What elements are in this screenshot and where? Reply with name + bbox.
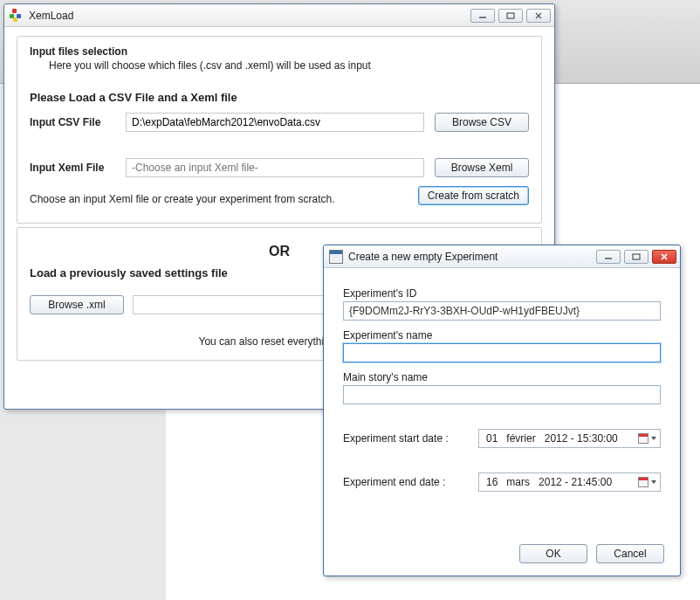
xeml-label: Input Xeml File xyxy=(30,162,126,174)
browse-xeml-button[interactable]: Browse Xeml xyxy=(435,158,529,177)
start-day: 01 xyxy=(486,432,498,445)
experiment-id-label: Experiment's ID xyxy=(343,287,661,300)
dialog-maximize-button[interactable] xyxy=(624,250,649,264)
csv-label: Input CSV File xyxy=(30,116,126,128)
xemload-titlebar[interactable]: XemLoad xyxy=(4,4,554,27)
svg-rect-1 xyxy=(507,13,514,18)
svg-rect-5 xyxy=(633,254,640,259)
start-month: février xyxy=(506,432,535,445)
minimize-button[interactable] xyxy=(470,9,495,23)
start-date-label: Experiment start date : xyxy=(343,432,478,445)
chevron-down-icon xyxy=(651,437,656,440)
xeml-path-input[interactable] xyxy=(126,158,424,177)
dialog-app-icon xyxy=(329,250,343,264)
xeml-hint: Choose an input Xeml file or create your… xyxy=(30,193,418,205)
start-date-picker[interactable]: 01 février 2012 - 15:30:00 xyxy=(478,429,661,448)
group-subtitle: Here you will choose which files (.csv a… xyxy=(49,59,529,72)
group-title: Input files selection xyxy=(30,45,529,58)
experiment-name-field[interactable] xyxy=(343,343,661,362)
maximize-button[interactable] xyxy=(498,9,523,23)
csv-path-input[interactable] xyxy=(126,113,424,132)
create-from-scratch-button[interactable]: Create from scratch xyxy=(418,186,529,205)
end-date-label: Experiment end date : xyxy=(343,476,478,488)
close-button[interactable] xyxy=(526,9,551,23)
chevron-down-icon xyxy=(651,480,656,484)
cancel-button[interactable]: Cancel xyxy=(596,544,664,563)
main-story-field[interactable] xyxy=(343,385,661,404)
experiment-name-label: Experiment's name xyxy=(343,329,661,341)
main-story-label: Main story's name xyxy=(343,371,661,383)
section-heading: Please Load a CSV File and a Xeml file xyxy=(30,91,529,104)
start-rest: 2012 - 15:30:00 xyxy=(545,432,618,445)
end-rest: 2012 - 21:45:00 xyxy=(539,476,612,488)
end-day: 16 xyxy=(486,476,498,488)
experiment-id-field[interactable] xyxy=(343,301,661,321)
calendar-icon xyxy=(638,433,649,444)
browse-xml-button[interactable]: Browse .xml xyxy=(30,295,124,314)
end-date-picker[interactable]: 16 mars 2012 - 21:45:00 xyxy=(478,472,661,492)
input-files-group: Input files selection Here you will choo… xyxy=(17,36,542,224)
dialog-minimize-button[interactable] xyxy=(596,250,621,264)
create-experiment-dialog: Create a new empty Experiment Experiment… xyxy=(323,245,681,576)
browse-csv-button[interactable]: Browse CSV xyxy=(435,113,529,132)
xemload-app-icon xyxy=(10,9,24,23)
dialog-titlebar[interactable]: Create a new empty Experiment xyxy=(324,245,680,268)
calendar-icon xyxy=(638,477,649,487)
dialog-close-button[interactable] xyxy=(652,250,676,264)
dialog-title: Create a new empty Experiment xyxy=(348,251,596,263)
xemload-title: XemLoad xyxy=(29,10,470,22)
ok-button[interactable]: OK xyxy=(519,544,587,563)
end-month: mars xyxy=(506,476,530,488)
